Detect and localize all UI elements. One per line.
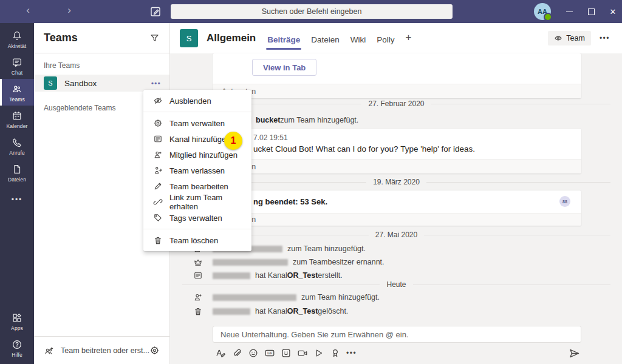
send-icon[interactable] [569,348,580,359]
menu-item-ausblenden[interactable]: Ausblenden [143,93,251,109]
your-teams-label: Ihre Teams [34,53,169,75]
menu-item-team-loeschen[interactable]: Team löschen [143,232,251,248]
team-avatar: S [44,76,57,90]
user-avatar[interactable]: AA [534,3,551,20]
channel-header: S Allgemein Beiträge Dateien Wiki Polly … [170,23,622,53]
system-message-channel-deleted: hat Kanal OR_Test gelöscht. [213,306,581,317]
rail-item-activity[interactable]: Aktivität [0,25,34,52]
app-rail: Aktivität Chat Teams Kalender Anrufe Dat… [0,23,34,364]
command-search [171,4,453,19]
trash-icon [193,306,203,316]
tab-dateien[interactable]: Dateien [310,25,341,52]
redacted-name [213,308,250,315]
compose-more-icon[interactable]: ••• [346,349,357,357]
attach-icon[interactable] [231,348,242,359]
back-icon[interactable]: ‹ [22,4,34,16]
tag-icon [153,213,163,223]
calendar-icon [12,110,22,121]
presence-available-icon [544,13,552,21]
menu-item-team-verwalten[interactable]: Team verwalten [143,115,251,131]
svg-text:GIF: GIF [267,352,272,355]
menu-divider [143,229,251,229]
redacted-name [213,294,296,301]
teams-people-icon [12,84,22,95]
new-chat-icon[interactable] [149,5,162,18]
channel-icon [193,271,203,280]
add-tab-icon[interactable]: + [406,32,412,45]
system-message-owner: zum Teambesitzer ernannt. [213,257,581,268]
participants-badge: 88 [559,196,570,207]
system-message-channel-created: hat Kanal OR_Test erstellt. [213,270,581,281]
forward-icon[interactable]: › [63,4,75,16]
channel-tabs: Beiträge Dateien Wiki Polly + [262,23,411,53]
maximize-button[interactable] [581,0,601,23]
person-leave-icon [153,166,163,175]
rail-item-help[interactable]: Hilfe [0,334,34,361]
pencil-icon [153,181,163,191]
message-text: ucket Cloud Bot! What can I do for you? … [253,144,581,153]
redacted-name [213,272,250,279]
eye-icon [554,34,562,42]
tab-beitraege[interactable]: Beiträge [266,25,301,52]
bell-icon [12,30,22,41]
praise-icon[interactable] [330,348,341,359]
panel-title: Teams [44,32,78,44]
stream-icon[interactable] [313,348,324,359]
team-context-menu: Ausblenden Team verwalten Kanal hinzufüg… [143,90,251,251]
message-card-bot: 7.02 19:51 ucket Cloud Bot! What can I d… [213,129,581,174]
format-icon[interactable] [215,348,226,359]
minimize-button[interactable] [559,0,579,23]
rail-item-chat[interactable]: Chat [0,52,34,79]
channel-team-avatar: S [180,29,198,47]
gif-icon[interactable]: GIF [264,348,275,359]
menu-item-tags-verwalten[interactable]: Tags verwalten [143,210,251,226]
trash-icon [153,235,163,245]
phone-icon [12,137,22,148]
tab-wiki[interactable]: Wiki [349,25,367,52]
team-visibility-button[interactable]: Team [548,31,591,46]
hide-eye-slash-icon [153,96,163,106]
message-card-meeting: ng beendet: 53 Sek. 88 Antworten [213,190,581,226]
maximize-icon [588,8,595,15]
meeting-ended-text: ng beendet: 53 Sek. [253,197,327,206]
view-in-tab-button[interactable]: View in Tab [252,59,316,76]
join-team-icon [44,345,55,356]
link-icon [153,197,163,207]
menu-item-team-bearbeiten[interactable]: Team bearbeiten [143,178,251,194]
rail-item-teams[interactable]: Teams [0,79,34,106]
rail-more-icon[interactable]: ••• [0,195,34,204]
rail-item-files[interactable]: Dateien [0,159,34,186]
rail-item-calendar[interactable]: Kalender [0,106,34,132]
channel-more-icon[interactable]: ••• [600,34,610,42]
message-card-tab: View in Tab Antworten [213,53,581,98]
menu-item-link-erhalten[interactable]: Link zum Team erhalten [143,194,251,210]
message-timestamp: 7.02 19:51 [253,133,581,142]
menu-item-team-verlassen[interactable]: Team verlassen [143,163,251,178]
sticker-icon[interactable] [281,348,292,359]
manage-teams-gear-icon[interactable] [149,345,160,356]
apps-grid-icon [12,312,22,323]
rail-item-apps[interactable]: Apps [0,308,34,334]
redacted-name [213,259,288,266]
meet-now-icon[interactable] [297,348,308,359]
tab-polly[interactable]: Polly [375,25,395,52]
rail-item-calls[interactable]: Anrufe [0,132,34,159]
filter-icon[interactable] [149,33,160,43]
join-team-button[interactable]: Team beitreten oder erst... [34,337,169,364]
channel-name: Allgemein [207,32,256,44]
help-icon [12,339,22,350]
channel-icon [153,134,163,144]
teams-app-window: ‹ › AA ✕ Aktivität Chat Teams [0,0,622,364]
menu-divider [143,112,251,112]
conversation: View in Tab Antworten 27. Februar 2020 b… [213,53,581,364]
search-input[interactable] [171,4,453,19]
close-icon: ✕ [610,7,617,16]
system-message-bucket-added: bucket zum Team hinzugefügt. [213,115,581,126]
team-options-icon[interactable]: ••• [151,79,161,87]
chat-icon [12,57,22,68]
message-input[interactable] [213,326,581,343]
emoji-icon[interactable] [248,348,259,359]
compose-box [213,326,581,343]
close-button[interactable]: ✕ [603,0,622,23]
team-row-sandbox[interactable]: S Sandbox ••• [34,75,169,92]
